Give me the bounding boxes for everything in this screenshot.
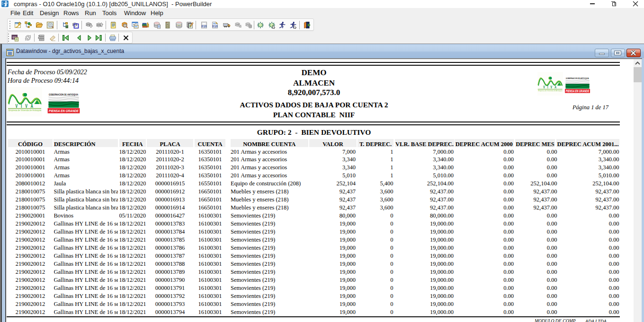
svg-text:V I V A: V I V A	[543, 85, 557, 89]
svg-text:GOBERNACION DE ANTIOQUIA: GOBERNACION DE ANTIOQUIA	[49, 93, 79, 96]
svg-text:PIENSA EN GRANDE: PIENSA EN GRANDE	[566, 89, 590, 93]
svg-text:Empresa de Vivienda de Antioqu: Empresa de Vivienda de Antioquia	[538, 90, 563, 92]
svg-text:PIENSA EN GRANDE: PIENSA EN GRANDE	[49, 109, 79, 113]
svg-text:V I V A: V I V A	[16, 103, 35, 109]
svg-text:010: 010	[202, 24, 207, 27]
svg-text:Empresa de Vivienda de Antioqu: Empresa de Vivienda de Antioquia	[9, 109, 41, 112]
svg-text:010: 010	[213, 24, 218, 27]
svg-text:GOBERNACION DE ANTIOQUIA: GOBERNACION DE ANTIOQUIA	[566, 77, 589, 79]
